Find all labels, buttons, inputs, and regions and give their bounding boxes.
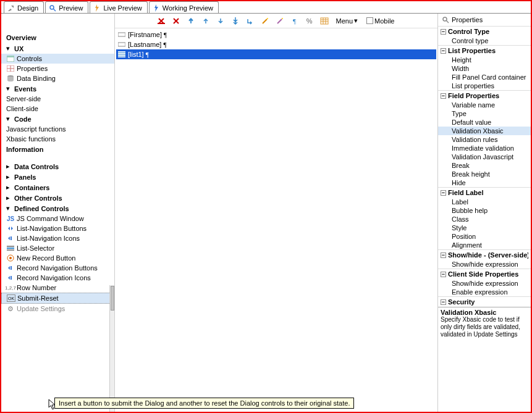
- tree-defined-controls[interactable]: ▾Defined Controls: [1, 203, 114, 214]
- prop-row-selected[interactable]: Validation Xbasic: [438, 127, 531, 135]
- bolt-orange-icon: [93, 4, 101, 12]
- prop-row[interactable]: Variable name: [438, 101, 531, 109]
- move-up-icon[interactable]: [200, 15, 211, 27]
- prop-row[interactable]: Width: [438, 64, 531, 73]
- tree-list-selector[interactable]: List-Selector: [1, 243, 114, 253]
- tree-events[interactable]: ▾Events: [1, 83, 114, 94]
- prop-row[interactable]: Label: [438, 198, 531, 206]
- prop-row[interactable]: Type: [438, 109, 531, 118]
- svg-rect-8: [11, 236, 12, 240]
- prop-row[interactable]: Hide: [438, 178, 531, 187]
- designer-toolbar: ¶ % Menu ▾ Mobile: [115, 14, 437, 28]
- prop-row[interactable]: Enable expression: [438, 288, 531, 296]
- prop-section-field-label[interactable]: −Field Label: [438, 187, 531, 198]
- prop-help: Validation Xbasic Specify Xbasic code to…: [438, 307, 531, 340]
- delete-red-icon[interactable]: [156, 15, 167, 27]
- percent-icon[interactable]: %: [304, 15, 315, 27]
- prop-row[interactable]: Validation rules: [438, 135, 531, 144]
- pilcrow-icon: ¶: [163, 41, 166, 48]
- tree-properties[interactable]: Properties: [1, 64, 114, 73]
- prop-row[interactable]: Show/hide expression: [438, 279, 531, 288]
- prop-row[interactable]: Show/hide expression: [438, 260, 531, 269]
- tree-js-functions[interactable]: Javascript functions: [1, 124, 114, 134]
- fields-list[interactable]: [Firstname] ¶ [Lastname] ¶ [list1] ¶: [115, 28, 437, 412]
- field-row-selected[interactable]: [list1] ¶: [116, 49, 436, 59]
- prop-row[interactable]: Validation Javascript: [438, 152, 531, 161]
- minus-icon: −: [441, 190, 446, 196]
- properties-title: Properties: [438, 14, 531, 26]
- tree-client-side[interactable]: Client-side: [1, 104, 114, 114]
- prop-section-client-side[interactable]: −Client Side Properties: [438, 269, 531, 279]
- prop-row[interactable]: Break height: [438, 170, 531, 178]
- minus-icon: −: [441, 93, 446, 99]
- tree-data-binding[interactable]: Data Binding: [1, 73, 114, 83]
- prop-row[interactable]: Style: [438, 223, 531, 232]
- prop-row[interactable]: List properties: [438, 81, 531, 90]
- tree-containers[interactable]: ▸Containers: [1, 182, 114, 193]
- tree-list-nav-icons[interactable]: List-Navigation Icons: [1, 233, 114, 243]
- mobile-checkbox[interactable]: Mobile: [364, 17, 397, 25]
- svg-line-19: [277, 19, 282, 23]
- move-bottom-icon[interactable]: [230, 15, 241, 27]
- menu-dropdown[interactable]: Menu ▾: [334, 17, 361, 25]
- tree-js-command-window[interactable]: JS JS Command Window: [1, 214, 114, 223]
- prop-row[interactable]: Height: [438, 56, 531, 64]
- prop-row[interactable]: Class: [438, 215, 531, 223]
- pilcrow-icon[interactable]: ¶: [289, 15, 300, 27]
- move-down-icon[interactable]: [215, 15, 226, 27]
- prop-section-field-properties[interactable]: −Field Properties: [438, 90, 531, 101]
- prop-row[interactable]: Immediate validation: [438, 144, 531, 152]
- toggle-break-icon[interactable]: [245, 15, 256, 27]
- expand-icon: ▸: [6, 173, 12, 181]
- grid-icon[interactable]: [319, 15, 330, 27]
- tree-code[interactable]: ▾Code: [1, 114, 114, 124]
- svg-rect-15: [11, 276, 12, 280]
- prop-section-list-properties[interactable]: −List Properties: [438, 45, 531, 56]
- tree-overview[interactable]: Overview: [1, 32, 114, 43]
- tree-server-side[interactable]: Server-side: [1, 94, 114, 104]
- tree-record-nav-icons[interactable]: Record Navigation Icons: [1, 273, 114, 283]
- prop-row[interactable]: Position: [438, 232, 531, 241]
- record-nav-icons-icon: [6, 274, 15, 282]
- tree-data-controls[interactable]: ▸Data Controls: [1, 161, 114, 172]
- prop-section-show-hide-server[interactable]: −Show/hide - (Server-side): [438, 249, 531, 260]
- tree-list-nav-buttons[interactable]: List-Navigation Buttons: [1, 223, 114, 233]
- field-row[interactable]: [Firstname] ¶: [116, 30, 436, 40]
- prop-section-control-type[interactable]: −Control Type: [438, 26, 531, 36]
- tree-panels[interactable]: ▸Panels: [1, 172, 114, 182]
- tree-information[interactable]: Information: [1, 144, 114, 155]
- prop-row[interactable]: Control type: [438, 36, 531, 45]
- tree-record-nav-buttons[interactable]: Record Navigation Buttons: [1, 263, 114, 273]
- field-icon: [117, 31, 126, 38]
- tree-new-record-button[interactable]: New Record Button: [1, 253, 114, 263]
- prop-row[interactable]: Alignment: [438, 241, 531, 249]
- tree-update-settings[interactable]: ⚙ Update Settings: [1, 304, 114, 314]
- field-row[interactable]: [Lastname] ¶: [116, 40, 436, 49]
- minus-icon: −: [441, 272, 446, 277]
- wand2-icon[interactable]: [274, 15, 285, 27]
- tree-xbasic-functions[interactable]: Xbasic functions: [1, 134, 114, 144]
- delete-icon[interactable]: [171, 15, 182, 27]
- record-nav-buttons-icon: [6, 264, 15, 272]
- tab-preview[interactable]: Preview: [45, 1, 88, 13]
- prop-row[interactable]: Break: [438, 161, 531, 170]
- tab-live-preview[interactable]: Live Preview: [90, 1, 147, 13]
- prop-row[interactable]: Fill Panel Card container: [438, 73, 531, 81]
- list-selector-icon: [6, 244, 15, 252]
- move-top-icon[interactable]: [185, 15, 196, 27]
- wand-icon[interactable]: [260, 15, 271, 27]
- tree-submit-reset[interactable]: OK Submit-Reset: [1, 293, 114, 304]
- tab-design[interactable]: Design: [4, 1, 44, 13]
- tree-row-number[interactable]: 1,2,7 Row Number: [1, 283, 114, 293]
- tree-other-controls[interactable]: ▸Other Controls: [1, 193, 114, 203]
- new-record-icon: [6, 254, 15, 262]
- tree-scrollbar[interactable]: [109, 285, 114, 412]
- tab-label: Preview: [59, 4, 83, 12]
- prop-section-security[interactable]: −Security: [438, 296, 531, 307]
- tab-working-preview[interactable]: Working Preview: [149, 1, 219, 13]
- tree-controls[interactable]: Controls: [1, 54, 114, 64]
- prop-row[interactable]: Default value: [438, 118, 531, 127]
- collapse-icon: ▾: [6, 115, 12, 123]
- prop-row[interactable]: Bubble help: [438, 206, 531, 215]
- tree-ux[interactable]: ▾UX: [1, 43, 114, 54]
